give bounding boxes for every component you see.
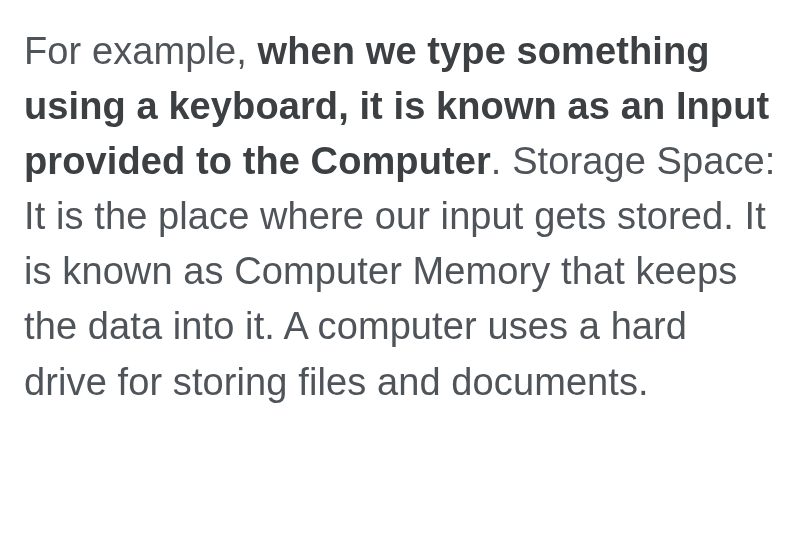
lead-text: For example, [24,30,258,72]
document-paragraph: For example, when we type something usin… [24,24,776,410]
